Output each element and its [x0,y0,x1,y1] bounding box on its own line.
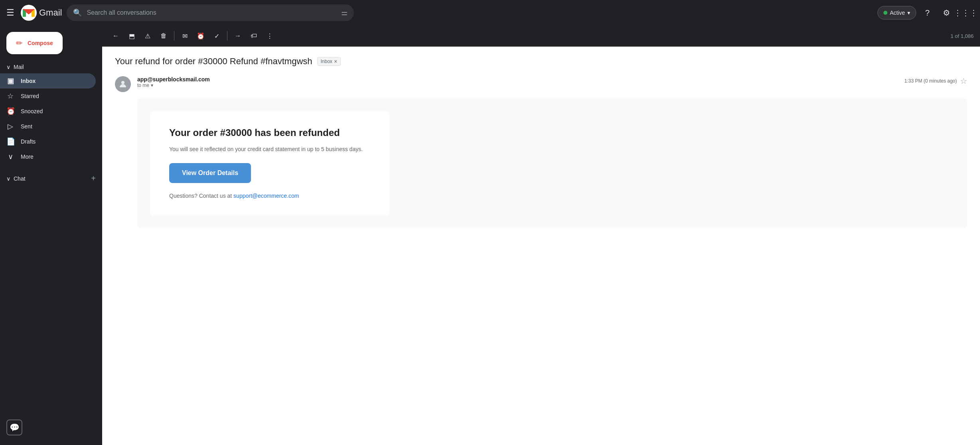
topbar: ☰ Gmail 🔍 ⚌ [0,0,980,26]
sidebar-item-label: Starred [21,93,39,99]
sidebar-item-label: Snoozed [21,108,43,114]
delete-icon: 🗑 [160,32,167,39]
contact-email-link[interactable]: support@ecommerce.com [233,193,299,199]
help-button[interactable]: ? [919,5,935,21]
mail-section[interactable]: ∨ Mail [0,61,102,73]
sidebar: ✏ Compose ∨ Mail ▣ Inbox ☆ Starred ⏰ Sno… [0,26,102,445]
settings-icon: ⚙ [943,8,950,18]
sidebar-item-starred[interactable]: ☆ Starred [0,89,96,104]
more-actions-button[interactable]: ⋮ [263,29,277,43]
snooze-button[interactable]: ⏰ [194,29,208,43]
spam-button[interactable]: ⚠ [140,29,155,43]
spam-icon: ⚠ [145,32,150,40]
sidebar-item-label: More [21,154,34,160]
refund-title: Your order #30000 has been refunded [169,127,370,138]
mark-unread-button[interactable]: ✉ [178,29,192,43]
compose-icon: ✏ [16,38,23,48]
sidebar-item-label: Sent [21,123,32,130]
email-count: 1 of 1,086 [950,33,974,39]
active-status-dot [883,11,887,15]
email-to-label: to me [137,83,149,88]
email-body: Your order #30000 has been refunded You … [137,98,967,228]
search-bar[interactable]: 🔍 ⚌ [67,4,354,21]
content-area: ← ⬒ ⚠ 🗑 ✉ ⏰ ✓ → [102,26,980,445]
timestamp-text: 1:33 PM (0 minutes ago) [905,78,957,84]
email-header: app@superblocksmail.com to me ▾ 1:33 PM … [115,76,967,92]
refund-description: You will see it reflected on your credit… [169,145,370,154]
chat-chevron-icon: ∨ [6,175,10,182]
more-vertical-icon: ⋮ [267,32,273,40]
chat-section: ∨ Chat + [0,167,102,189]
active-label: Active [890,10,905,16]
sidebar-item-drafts[interactable]: 📄 Drafts [0,134,96,149]
archive-icon: ⬒ [129,32,135,40]
settings-button[interactable]: ⚙ [939,5,954,21]
send-icon: ▷ [6,122,14,131]
bubble-icon: 💬 [10,423,20,432]
archive-button[interactable]: ⬒ [124,29,139,43]
more-chevron-icon: ∨ [6,152,14,161]
label-icon: 🏷 [251,32,257,39]
email-from: app@superblocksmail.com [137,76,898,83]
email-meta: app@superblocksmail.com to me ▾ [137,76,898,88]
delete-button[interactable]: 🗑 [156,29,171,43]
topbar-left: ☰ Gmail [6,5,62,21]
view-order-button[interactable]: View Order Details [169,163,251,183]
star-button[interactable]: ☆ [960,76,967,86]
chat-bubble-icon[interactable]: 💬 [6,419,22,435]
gmail-text: Gmail [39,8,62,18]
sender-avatar [115,76,131,92]
apps-grid-icon: ⋮⋮⋮ [954,8,978,18]
sidebar-bottom: 💬 [0,413,102,442]
sidebar-item-label: Inbox [21,78,36,84]
email-subject-row: Your refund for order #30000 Refund #fna… [115,56,967,67]
toolbar-divider-1 [174,31,174,41]
email-timestamp: 1:33 PM (0 minutes ago) ☆ [905,76,967,86]
mail-chevron-icon: ∨ [6,64,10,70]
help-icon: ? [925,8,929,18]
menu-icon[interactable]: ☰ [6,8,14,18]
star-icon: ☆ [6,92,14,100]
gmail-m-icon [21,5,37,21]
sidebar-item-inbox[interactable]: ▣ Inbox [0,73,96,89]
main-layout: ✏ Compose ∨ Mail ▣ Inbox ☆ Starred ⏰ Sno… [0,26,980,445]
active-chevron-icon: ▾ [907,10,910,16]
remove-label-button[interactable]: × [334,58,337,65]
email-toolbar: ← ⬒ ⚠ 🗑 ✉ ⏰ ✓ → [102,26,980,47]
topbar-right: Active ▾ ? ⚙ ⋮⋮⋮ [877,5,974,21]
mail-icon: ✉ [182,32,188,40]
back-button[interactable]: ← [109,29,123,43]
search-input[interactable] [87,9,336,16]
email-subject: Your refund for order #30000 Refund #fna… [115,56,312,67]
clock-icon: ⏰ [6,107,14,116]
to-chevron-icon: ▾ [151,83,153,88]
compose-button[interactable]: ✏ Compose [6,32,63,54]
drafts-icon: 📄 [6,137,14,146]
task-button[interactable]: ✓ [209,29,224,43]
active-button[interactable]: Active ▾ [877,6,916,20]
sidebar-item-more[interactable]: ∨ More [0,149,96,164]
search-icon: 🔍 [73,8,82,17]
task-check-icon: ✓ [214,32,219,40]
sidebar-item-snoozed[interactable]: ⏰ Snoozed [0,104,96,119]
contact-info: Questions? Contact us at support@ecommer… [169,193,370,199]
new-chat-icon[interactable]: + [91,174,96,183]
move-button[interactable]: → [231,29,245,43]
svg-point-2 [121,81,124,84]
chat-section-header[interactable]: ∨ Chat + [0,171,102,186]
inbox-badge: Inbox × [317,57,341,66]
label-button[interactable]: 🏷 [247,29,261,43]
back-icon: ← [113,32,119,39]
compose-label: Compose [28,40,53,46]
snooze-icon: ⏰ [197,32,205,40]
toolbar-divider-2 [227,31,227,41]
gmail-logo: Gmail [21,5,62,21]
move-icon: → [235,32,241,39]
apps-button[interactable]: ⋮⋮⋮ [958,5,974,21]
chat-label: Chat [14,175,26,182]
contact-text-label: Questions? Contact us at [169,193,232,199]
sidebar-item-sent[interactable]: ▷ Sent [0,119,96,134]
email-to[interactable]: to me ▾ [137,83,898,88]
filter-icon[interactable]: ⚌ [341,8,348,17]
sidebar-item-label: Drafts [21,138,36,145]
